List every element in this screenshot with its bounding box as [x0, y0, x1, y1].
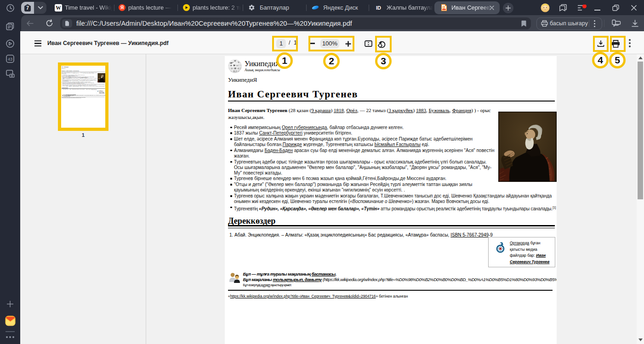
svg-text:43: 43 [8, 57, 12, 62]
svg-text:7: 7 [26, 6, 29, 11]
